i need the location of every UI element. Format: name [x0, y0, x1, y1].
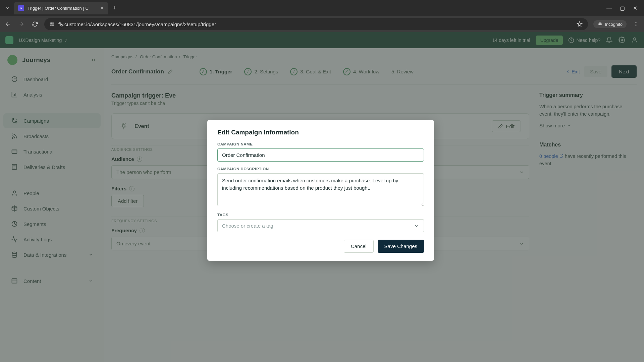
sidebar-item-data[interactable]: Data & Integrations	[3, 247, 101, 262]
summary-title: Trigger summary	[539, 92, 637, 98]
incognito-badge[interactable]: Incognito	[593, 20, 627, 28]
campaign-name-input[interactable]	[217, 148, 424, 162]
breadcrumb: Campaigns/ Order Confirmation/ Trigger	[111, 48, 637, 62]
gauge-icon	[11, 75, 18, 83]
content-icon	[11, 277, 18, 285]
save-changes-button[interactable]: Save Changes	[378, 240, 424, 253]
matches-text: 0 people have recently performed this ev…	[539, 153, 637, 168]
back-button[interactable]	[4, 20, 12, 28]
exit-link[interactable]: Exit	[566, 69, 580, 74]
new-tab-button[interactable]: +	[110, 3, 119, 13]
tab-search-icon[interactable]	[3, 3, 12, 13]
chart-icon	[11, 91, 18, 98]
transactional-icon	[11, 148, 18, 155]
sidebar-item-deliveries[interactable]: Deliveries & Drafts	[3, 160, 101, 174]
trigger-heading: Campaign trigger: Eve	[111, 92, 529, 99]
show-more-button[interactable]: Show more	[539, 123, 637, 128]
collapse-sidebar-icon[interactable]	[91, 57, 97, 63]
crumb-order[interactable]: Order Confirmation	[140, 54, 177, 59]
info-icon[interactable]: i	[129, 186, 135, 191]
browser-tabbar: » Trigger | Order Confirmation | C ✕ + ―…	[0, 0, 644, 16]
app-topbar: UXDesign Marketing 14 days left in trial…	[0, 32, 644, 48]
database-icon	[11, 251, 18, 258]
add-filter-button[interactable]: Add filter	[111, 195, 144, 207]
step-trigger[interactable]: ✓1. Trigger	[200, 68, 232, 75]
cancel-button[interactable]: Cancel	[344, 240, 374, 253]
matches-title: Matches	[539, 142, 637, 148]
browser-tab[interactable]: » Trigger | Order Confirmation | C ✕	[14, 2, 108, 14]
chevron-down-icon	[89, 279, 93, 283]
segments-icon	[11, 220, 18, 228]
minimize-icon[interactable]: ―	[606, 5, 612, 11]
sidebar-item-segments[interactable]: Segments	[3, 217, 101, 231]
svg-rect-16	[12, 150, 17, 154]
svg-point-8	[636, 25, 637, 26]
sidebar-item-transactional[interactable]: Transactional	[3, 144, 101, 159]
notifications-icon[interactable]	[606, 37, 613, 44]
chevron-down-icon	[519, 241, 524, 246]
forward-button[interactable]	[17, 20, 25, 28]
sidebar-item-activity[interactable]: Activity Logs	[3, 232, 101, 247]
campaign-name-label: CAMPAIGN NAME	[217, 142, 424, 146]
app-logo-icon[interactable]	[5, 36, 13, 44]
sidebar-item-content[interactable]: Content	[3, 274, 101, 288]
settings-icon[interactable]	[619, 37, 626, 44]
edit-event-button[interactable]: Edit	[492, 120, 521, 132]
external-link-icon	[559, 154, 564, 158]
sidebar: Journeys Dashboard Analysis Campaigns Br…	[0, 48, 104, 362]
crumb-trigger[interactable]: Trigger	[183, 54, 197, 59]
campaigns-icon	[11, 117, 18, 124]
help-button[interactable]: Need help?	[568, 37, 600, 43]
favicon-icon: »	[18, 5, 24, 11]
close-tab-icon[interactable]: ✕	[100, 5, 104, 11]
sidebar-item-campaigns[interactable]: Campaigns	[3, 113, 101, 128]
next-button[interactable]: Next	[611, 65, 637, 78]
save-button[interactable]: Save	[584, 66, 607, 77]
bookmark-icon[interactable]	[577, 21, 583, 27]
sidebar-item-dashboard[interactable]: Dashboard	[3, 72, 101, 86]
sidebar-item-people[interactable]: People	[3, 186, 101, 200]
reload-button[interactable]	[31, 20, 39, 28]
step-workflow[interactable]: ✓4. Workflow	[343, 68, 379, 75]
sidebar-item-broadcasts[interactable]: Broadcasts	[3, 129, 101, 143]
url-text: fly.customer.io/workspaces/160831/journe…	[58, 21, 216, 27]
people-icon	[11, 189, 18, 197]
campaign-desc-label: CAMPAIGN DESCRIPTION	[217, 167, 424, 171]
info-icon[interactable]: i	[140, 228, 145, 233]
campaign-desc-textarea[interactable]	[217, 173, 424, 206]
drafts-icon	[11, 163, 18, 171]
upgrade-button[interactable]: Upgrade	[536, 36, 563, 45]
svg-point-20	[12, 252, 16, 254]
url-input[interactable]: fly.customer.io/workspaces/160831/journe…	[44, 18, 588, 30]
close-window-icon[interactable]: ✕	[633, 5, 637, 11]
info-icon[interactable]: i	[137, 157, 142, 162]
sidebar-item-analysis[interactable]: Analysis	[3, 87, 101, 102]
step-goal[interactable]: ✓3. Goal & Exit	[290, 68, 331, 75]
edit-title-icon[interactable]	[167, 69, 173, 74]
browser-menu-icon[interactable]	[632, 20, 640, 28]
cube-icon	[11, 205, 18, 212]
audience-label: Audience	[111, 156, 134, 162]
tags-label: TAGS	[217, 213, 424, 217]
people-link[interactable]: 0 people	[539, 154, 558, 159]
chevron-down-icon	[519, 170, 524, 175]
step-review[interactable]: 5. Review	[391, 68, 414, 75]
event-icon	[120, 122, 128, 131]
account-icon[interactable]	[631, 37, 639, 44]
trial-text: 14 days left in trial	[492, 38, 530, 43]
svg-point-10	[621, 39, 623, 41]
maximize-icon[interactable]: ▢	[620, 5, 625, 11]
trigger-subtext: Trigger types can't be cha	[111, 101, 529, 106]
sidebar-item-objects[interactable]: Custom Objects	[3, 201, 101, 216]
modal-title: Edit Campaign Information	[217, 129, 424, 136]
tags-select[interactable]: Choose or create a tag	[217, 219, 424, 232]
filters-label: Filters	[111, 186, 126, 191]
address-bar: fly.customer.io/workspaces/160831/journe…	[0, 16, 644, 32]
tab-title: Trigger | Order Confirmation | C	[28, 6, 89, 11]
step-settings[interactable]: ✓2. Settings	[244, 68, 278, 75]
frequency-label: Frequency	[111, 228, 137, 233]
svg-point-13	[12, 118, 14, 120]
workspace-switcher[interactable]: UXDesign Marketing	[19, 38, 68, 43]
site-settings-icon[interactable]	[50, 21, 55, 27]
crumb-campaigns[interactable]: Campaigns	[111, 54, 133, 59]
